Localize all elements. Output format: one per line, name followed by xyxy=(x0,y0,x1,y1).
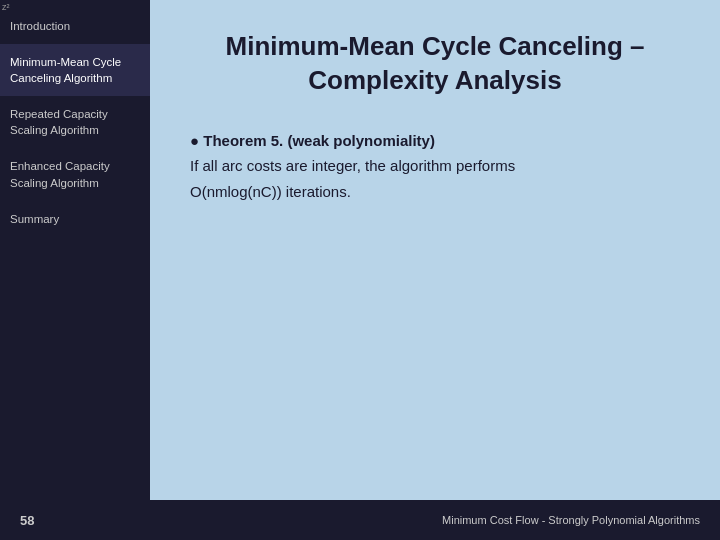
theorem-label: ● Theorem 5. (weak polynomiality) xyxy=(190,128,515,154)
sidebar-item-summary[interactable]: Summary xyxy=(0,201,150,237)
slide-body: ● Theorem 5. (weak polynomiality) If all… xyxy=(190,128,680,205)
content-area: Minimum-Mean Cycle Canceling – Complexit… xyxy=(150,0,720,500)
theorem-statement: ● Theorem 5. (weak polynomiality) If all… xyxy=(190,128,680,205)
sidebar-item-cycle-canceling[interactable]: Minimum-Mean Cycle Canceling Algorithm xyxy=(0,44,150,96)
footer: 58 Minimum Cost Flow - Strongly Polynomi… xyxy=(0,500,720,540)
page-number: 58 xyxy=(20,513,34,528)
footer-title: Minimum Cost Flow - Strongly Polynomial … xyxy=(442,514,700,526)
theorem-body-line2: O(nmlog(nC)) iterations. xyxy=(190,179,515,205)
theorem-body-line1: If all arc costs are integer, the algori… xyxy=(190,153,515,179)
slide-title: Minimum-Mean Cycle Canceling – Complexit… xyxy=(190,30,680,98)
sidebar-item-enhanced-capacity[interactable]: Enhanced Capacity Scaling Algorithm xyxy=(0,148,150,200)
sidebar-item-introduction[interactable]: Introduction xyxy=(0,8,150,44)
sidebar-item-repeated-capacity[interactable]: Repeated Capacity Scaling Algorithm xyxy=(0,96,150,148)
sidebar: Introduction Minimum-Mean Cycle Cancelin… xyxy=(0,0,150,500)
watermark: z² xyxy=(2,2,10,12)
